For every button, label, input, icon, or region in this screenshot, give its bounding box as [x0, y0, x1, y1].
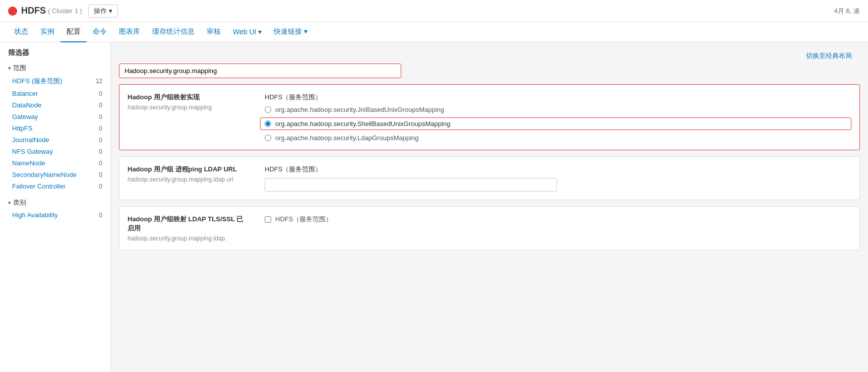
config-row-ldap: Hadoop 用户组 进程ping LDAP URL hadoop.securi…	[128, 165, 851, 192]
config-label-col-tls: Hadoop 用户组映射 LDAP TLS/SSL 已启用 hadoop.sec…	[128, 215, 249, 242]
content-area: 切换至经典布局 Hadoop 用户组映射实现 hadoop.security.g…	[111, 42, 868, 372]
tab-webui[interactable]: Web UI ▾	[227, 23, 268, 42]
config-block-ldap-tls: Hadoop 用户组映射 LDAP TLS/SSL 已启用 hadoop.sec…	[119, 206, 860, 251]
config-label-col: Hadoop 用户组映射实现 hadoop.security.group.map…	[128, 93, 249, 111]
tab-audit[interactable]: 审核	[201, 22, 227, 42]
app-title: HDFS	[21, 6, 46, 16]
sidebar-section-scope[interactable]: ▾ 范围	[0, 61, 110, 75]
header: HDFS ( Cluster 1 ) 操作 ▾ 4月 6, 凌	[0, 0, 868, 22]
chevron-down-icon: ▾	[8, 200, 11, 206]
sidebar-item-datanode[interactable]: DataNode 0	[0, 99, 110, 111]
config-row-tls: Hadoop 用户组映射 LDAP TLS/SSL 已启用 hadoop.sec…	[128, 215, 851, 242]
sidebar-title: 筛选器	[0, 48, 110, 61]
tab-cache[interactable]: 缓存统计信息	[146, 22, 201, 42]
radio-option-shell[interactable]: org.apache.hadoop.security.ShellBasedUni…	[260, 117, 851, 130]
sidebar: 筛选器 ▾ 范围 HDFS (服务范围) 12 Balancer 0 DataN…	[0, 42, 111, 372]
sidebar-item-journalnode[interactable]: JournalNode 0	[0, 134, 110, 146]
config-row: Hadoop 用户组映射实现 hadoop.security.group.map…	[128, 93, 851, 142]
sidebar-item-namenode[interactable]: NameNode 0	[0, 157, 110, 169]
tab-config[interactable]: 配置	[60, 22, 87, 42]
chevron-down-icon: ▾	[8, 65, 11, 72]
sidebar-item-gateway[interactable]: Gateway 0	[0, 111, 110, 122]
sidebar-item-failover-controller[interactable]: Failover Controller 0	[0, 180, 110, 192]
action-button[interactable]: 操作 ▾	[88, 5, 118, 18]
config-key-ldap: hadoop.security.group.mapping.ldap.url	[128, 176, 249, 183]
chevron-down-icon: ▾	[109, 7, 112, 15]
config-block-group-mapping: Hadoop 用户组映射实现 hadoop.security.group.map…	[119, 84, 860, 150]
tab-quicklinks[interactable]: 快速链接 ▾	[268, 22, 314, 42]
tls-checkbox[interactable]	[265, 216, 271, 223]
search-box	[119, 64, 860, 78]
nav-tabs: 状态 实例 配置 命令 图表库 缓存统计信息 审核 Web UI ▾ 快速链接 …	[0, 22, 868, 42]
main-layout: 筛选器 ▾ 范围 HDFS (服务范围) 12 Balancer 0 DataN…	[0, 42, 868, 372]
chevron-down-icon: ▾	[258, 28, 262, 36]
hdfs-logo	[8, 7, 17, 16]
checkbox-option-tls[interactable]: HDFS（服务范围）	[265, 215, 851, 224]
config-title-ldap: Hadoop 用户组 进程ping LDAP URL	[128, 165, 249, 174]
config-key-tls: hadoop.security.group.mapping.ldap.	[128, 235, 249, 242]
sidebar-item-nfs-gateway[interactable]: NFS Gateway 0	[0, 146, 110, 157]
tab-charts[interactable]: 图表库	[113, 22, 146, 42]
radio-group: org.apache.hadoop.security.JniBasedUnixG…	[265, 106, 851, 142]
scope-label-ldap: HDFS（服务范围）	[265, 165, 851, 174]
config-block-ldap-url: Hadoop 用户组 进程ping LDAP URL hadoop.securi…	[119, 156, 860, 200]
sidebar-item-balancer[interactable]: Balancer 0	[0, 88, 110, 99]
ldap-url-input[interactable]	[265, 178, 557, 192]
radio-ldap[interactable]	[265, 135, 271, 141]
tab-commands[interactable]: 命令	[87, 22, 113, 42]
config-label-col-ldap: Hadoop 用户组 进程ping LDAP URL hadoop.securi…	[128, 165, 249, 183]
sidebar-item-httpfs[interactable]: HttpFS 0	[0, 122, 110, 134]
config-search-input[interactable]	[119, 64, 401, 78]
config-title-tls: Hadoop 用户组映射 LDAP TLS/SSL 已启用	[128, 215, 249, 233]
timestamp: 4月 6, 凌	[834, 7, 860, 16]
radio-option-ldap[interactable]: org.apache.hadoop.security.LdapGroupsMap…	[265, 134, 851, 142]
radio-shell[interactable]	[265, 120, 271, 127]
radio-option-jni[interactable]: org.apache.hadoop.security.JniBasedUnixG…	[265, 106, 851, 113]
cluster-label: ( Cluster 1 )	[48, 7, 82, 15]
config-key: hadoop.security.group.mapping	[128, 104, 249, 111]
config-value-col-tls: HDFS（服务范围）	[265, 215, 851, 224]
sidebar-item-high-availability[interactable]: High Availability 0	[0, 209, 110, 221]
config-value-col-ldap: HDFS（服务范围）	[265, 165, 851, 192]
tab-instances[interactable]: 实例	[34, 22, 60, 42]
chevron-down-icon: ▾	[304, 27, 307, 35]
sidebar-item-hdfs-service[interactable]: HDFS (服务范围) 12	[0, 75, 110, 88]
scope-label: HDFS（服务范围）	[265, 93, 851, 102]
radio-jni[interactable]	[265, 106, 271, 113]
tab-status[interactable]: 状态	[8, 22, 34, 42]
switch-layout-link[interactable]: 切换至经典布局	[119, 46, 860, 64]
config-title: Hadoop 用户组映射实现	[128, 93, 249, 102]
config-value-col: HDFS（服务范围） org.apache.hadoop.security.Jn…	[265, 93, 851, 142]
sidebar-section-category[interactable]: ▾ 类别	[0, 196, 110, 209]
sidebar-item-secondary-namenode[interactable]: SecondaryNameNode 0	[0, 169, 110, 180]
